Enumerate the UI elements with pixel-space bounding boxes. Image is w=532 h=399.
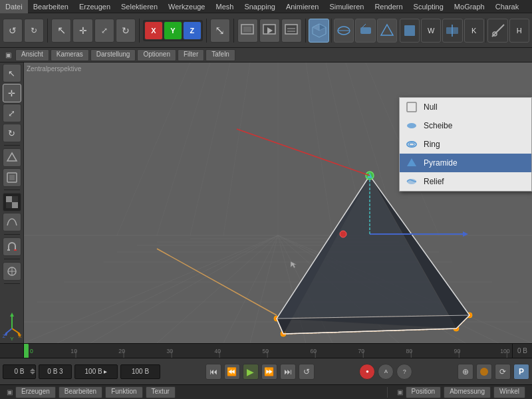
viewport-darstellung[interactable]: Darstellung (90, 49, 136, 61)
left-tool-6[interactable] (3, 168, 21, 187)
svg-line-13 (362, 24, 366, 27)
left-tool-2[interactable]: ✛ (3, 84, 21, 102)
help-button[interactable]: ? (396, 364, 412, 380)
left-tool-axis[interactable] (3, 262, 21, 281)
auto-button[interactable]: A (378, 364, 394, 380)
svg-point-96 (407, 142, 416, 147)
transport-bar: 0 B 0 B 3 100 B ▸ 100 B ⏮ ⏪ ▶ ⏩ ⏭ ↺ ● A … (0, 358, 532, 384)
status-textur[interactable]: Textur (146, 386, 176, 398)
pyramide-icon (405, 156, 418, 170)
extra-tool-6[interactable]: H (509, 19, 529, 43)
axis-y-button[interactable]: Y (164, 21, 182, 40)
svg-text:60: 60 (311, 347, 317, 354)
menu-sculpting[interactable]: Sculpting (408, 0, 449, 13)
record-button[interactable]: ● (359, 364, 375, 380)
menu-erzeugen[interactable]: Erzeugen (74, 0, 116, 13)
move-tool-button[interactable]: ✛ (72, 19, 92, 43)
status-erzeugen[interactable]: Erzeugen (15, 386, 56, 398)
svg-rect-22 (9, 175, 15, 180)
extra-tool-3[interactable] (442, 19, 462, 43)
axis-z-button[interactable]: Z (183, 21, 201, 40)
menu-mesh[interactable]: Mesh (210, 0, 239, 13)
svg-text:50: 50 (262, 347, 269, 354)
tool5-button[interactable]: ⤡ (210, 19, 230, 43)
left-tool-checkerboard[interactable] (3, 193, 21, 211)
refresh-button[interactable]: ⟳ (495, 364, 511, 380)
left-tool-magnet[interactable] (3, 237, 21, 256)
viewport-tafeln[interactable]: Tafeln (205, 49, 235, 61)
dropdown-item-null[interactable]: Null (400, 98, 531, 116)
render-icon-button[interactable] (476, 364, 492, 380)
frame-up-arrow[interactable] (30, 368, 35, 371)
scale-tool-button[interactable]: ⤢ (94, 19, 114, 43)
render-settings-button[interactable] (281, 19, 302, 43)
frame-field-2[interactable]: 0 B 3 (39, 364, 72, 379)
svg-text:80: 80 (406, 347, 413, 354)
status-winkel[interactable]: Winkel (493, 386, 525, 398)
viewport-optionen[interactable]: Optionen (137, 49, 176, 61)
dropdown-item-relief[interactable]: Relief (400, 172, 531, 191)
menu-animieren[interactable]: Animieren (281, 0, 325, 13)
step-forward-button[interactable]: ⏩ (261, 364, 277, 380)
redo-button[interactable]: ↻ (24, 19, 44, 43)
select-tool-button[interactable]: ↖ (51, 19, 71, 43)
left-tool-3[interactable]: ⤢ (3, 104, 21, 122)
lt-sep-2 (4, 190, 20, 190)
menu-charak[interactable]: Charak (490, 0, 524, 13)
3d-object-3[interactable] (355, 19, 375, 43)
render-region-button[interactable] (237, 19, 258, 43)
dropdown-item-scheibe[interactable]: Scheibe (400, 116, 531, 135)
status-position[interactable]: Position (406, 386, 442, 398)
viewport[interactable]: Zentralperspektive Null Scheibe (24, 63, 532, 343)
viewport-kameras[interactable]: Kameras (51, 49, 89, 61)
play-button[interactable]: ▶ (243, 364, 259, 380)
render-button[interactable] (259, 19, 280, 43)
go-start-button[interactable]: ⏮ (205, 364, 221, 380)
svg-text:10: 10 (70, 347, 77, 354)
left-tool-smooth[interactable] (3, 213, 21, 231)
extra-tool-1[interactable] (400, 19, 420, 43)
menu-snapping[interactable]: Snapping (239, 0, 281, 13)
undo-button[interactable]: ↺ (3, 19, 23, 43)
ring-icon (405, 138, 418, 151)
status-icon-2: ▣ (397, 388, 403, 396)
extra-tool-2[interactable]: W (421, 19, 441, 43)
menu-rendern[interactable]: Rendern (369, 0, 408, 13)
dropdown-item-ring[interactable]: Ring (400, 135, 531, 154)
status-funktion[interactable]: Funktion (105, 386, 142, 398)
move-button[interactable]: ⊕ (458, 364, 473, 380)
frame-down-arrow[interactable] (30, 372, 35, 374)
timeline-ruler[interactable]: 0 10 20 30 40 50 (28, 344, 512, 358)
3d-object-2[interactable] (334, 19, 354, 43)
menu-werkzeuge[interactable]: Werkzeuge (163, 0, 210, 13)
frame-field-4[interactable]: 100 B (120, 364, 160, 379)
extra-tool-4[interactable]: K (464, 19, 484, 43)
status-abmessung[interactable]: Abmessung (444, 386, 491, 398)
pin-button[interactable]: P (513, 364, 529, 380)
menu-selektieren[interactable]: Selektieren (116, 0, 163, 13)
go-end-button[interactable]: ⏭ (280, 364, 296, 380)
step-back-button[interactable]: ⏪ (224, 364, 240, 380)
rotate-tool-button[interactable]: ↻ (116, 19, 136, 43)
menu-mograph[interactable]: MoGraph (449, 0, 490, 13)
lt-sep-3 (4, 234, 20, 235)
menu-simulieren[interactable]: Simulieren (324, 0, 369, 13)
viewport-filter[interactable]: Filter (178, 49, 204, 61)
frame-field-3[interactable]: 100 B ▸ (74, 364, 118, 379)
loop-button[interactable]: ↺ (299, 364, 315, 380)
dropdown-item-pyramide[interactable]: Pyramide (400, 154, 531, 172)
viewport-ansicht[interactable]: Ansicht (15, 49, 49, 61)
svg-rect-26 (6, 202, 12, 208)
left-tool-5[interactable] (3, 148, 21, 167)
status-bearbeiten[interactable]: Bearbeiten (59, 386, 102, 398)
3d-object-4[interactable] (377, 19, 397, 43)
menu-datei[interactable]: Datei (0, 0, 28, 13)
left-toolbar: ↖ ✛ ⤢ ↻ (0, 63, 24, 343)
axis-x-button[interactable]: X (144, 21, 163, 40)
left-tool-4[interactable]: ↻ (3, 124, 21, 142)
extra-tool-5[interactable] (487, 19, 507, 43)
menu-bearbeiten[interactable]: Bearbeiten (28, 0, 74, 13)
left-tool-1[interactable]: ↖ (3, 64, 21, 82)
current-frame-field[interactable]: 0 B (3, 364, 36, 379)
cube-button[interactable] (309, 19, 329, 43)
